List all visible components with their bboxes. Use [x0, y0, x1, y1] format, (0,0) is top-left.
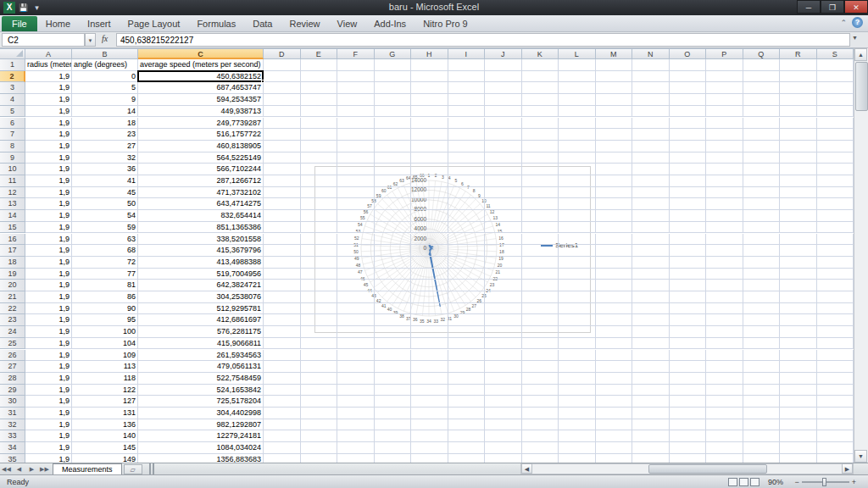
- cell-P13[interactable]: [706, 198, 743, 210]
- cell-B19[interactable]: 77: [72, 269, 138, 280]
- cell-I7[interactable]: [448, 129, 486, 141]
- cell-I16[interactable]: [448, 234, 486, 246]
- ribbon-tab-nitro-pro-9[interactable]: Nitro Pro 9: [415, 16, 476, 31]
- cell-Q17[interactable]: [743, 245, 781, 257]
- cell-L32[interactable]: [559, 419, 596, 431]
- cell-L30[interactable]: [559, 396, 596, 408]
- cell-H35[interactable]: [411, 454, 448, 463]
- cell-B10[interactable]: 36: [72, 164, 138, 175]
- cell-G21[interactable]: [375, 291, 412, 303]
- cell-F13[interactable]: [337, 198, 375, 210]
- cell-A8[interactable]: 1,9: [25, 141, 72, 152]
- cell-I28[interactable]: [448, 373, 486, 385]
- cell-G19[interactable]: [375, 269, 412, 280]
- row-header-7[interactable]: 7: [0, 129, 25, 141]
- cell-H8[interactable]: [411, 141, 448, 152]
- cell-G17[interactable]: [375, 245, 412, 257]
- cell-R19[interactable]: [780, 269, 817, 280]
- cell-E10[interactable]: [301, 164, 338, 175]
- cell-M30[interactable]: [596, 396, 633, 408]
- cell-F15[interactable]: [337, 222, 375, 234]
- cell-A3[interactable]: 1,9: [25, 82, 72, 94]
- cell-E13[interactable]: [301, 198, 338, 210]
- cell-L10[interactable]: [559, 164, 596, 175]
- cell-H2[interactable]: [411, 71, 448, 83]
- cell-B21[interactable]: 86: [72, 291, 138, 303]
- cell-N14[interactable]: [632, 210, 670, 222]
- cell-B28[interactable]: 118: [72, 373, 138, 385]
- cell-G2[interactable]: [375, 71, 412, 83]
- cell-F26[interactable]: [337, 350, 375, 362]
- cell-H1[interactable]: [411, 59, 448, 71]
- cell-D9[interactable]: [264, 152, 301, 164]
- cell-J14[interactable]: [485, 210, 522, 222]
- fill-handle[interactable]: [261, 80, 264, 83]
- cell-P24[interactable]: [706, 326, 743, 338]
- ribbon-tab-view[interactable]: View: [329, 16, 366, 31]
- cell-G16[interactable]: [375, 234, 412, 246]
- cell-R28[interactable]: [780, 373, 817, 385]
- cell-D7[interactable]: [264, 129, 301, 141]
- row-header-29[interactable]: 29: [0, 385, 25, 396]
- cell-L33[interactable]: [559, 430, 596, 442]
- cell-K7[interactable]: [522, 129, 559, 141]
- cell-D2[interactable]: [264, 71, 301, 83]
- cell-O14[interactable]: [670, 210, 707, 222]
- cell-M16[interactable]: [596, 234, 633, 246]
- cell-B26[interactable]: 109: [72, 350, 138, 362]
- cell-H26[interactable]: [411, 350, 448, 362]
- cell-N9[interactable]: [632, 152, 670, 164]
- cell-G25[interactable]: [375, 338, 412, 350]
- cell-L3[interactable]: [559, 82, 596, 94]
- cell-M14[interactable]: [596, 210, 633, 222]
- cell-L24[interactable]: [559, 326, 596, 338]
- cell-H10[interactable]: [411, 164, 448, 175]
- cell-A16[interactable]: 1,9: [25, 234, 72, 246]
- cell-R26[interactable]: [780, 350, 817, 362]
- cell-N12[interactable]: [632, 187, 670, 199]
- cell-N30[interactable]: [632, 396, 670, 408]
- cell-Q33[interactable]: [743, 430, 781, 442]
- cell-F7[interactable]: [337, 129, 375, 141]
- cell-I8[interactable]: [448, 141, 486, 152]
- cell-H6[interactable]: [411, 118, 448, 130]
- cell-R12[interactable]: [780, 187, 817, 199]
- cell-I6[interactable]: [448, 118, 486, 130]
- cell-B12[interactable]: 45: [72, 187, 138, 199]
- cell-D25[interactable]: [264, 338, 301, 350]
- cell-A1[interactable]: radius (meters): [25, 59, 72, 71]
- cell-Q29[interactable]: [743, 385, 781, 396]
- cell-Q4[interactable]: [743, 94, 781, 106]
- cell-B34[interactable]: 145: [72, 442, 138, 454]
- cell-E24[interactable]: [301, 326, 338, 338]
- cell-S25[interactable]: [817, 338, 854, 350]
- cell-E2[interactable]: [301, 71, 338, 83]
- cell-E1[interactable]: [301, 59, 338, 71]
- cell-C8[interactable]: 460,8138905: [138, 141, 264, 152]
- cell-E4[interactable]: [301, 94, 338, 106]
- cell-M10[interactable]: [596, 164, 633, 175]
- cell-F4[interactable]: [337, 94, 375, 106]
- cell-S13[interactable]: [817, 198, 854, 210]
- cell-O20[interactable]: [670, 280, 707, 291]
- row-header-26[interactable]: 26: [0, 350, 25, 362]
- cell-K32[interactable]: [522, 419, 559, 431]
- cell-G11[interactable]: [375, 175, 412, 187]
- cell-L34[interactable]: [559, 442, 596, 454]
- cell-N32[interactable]: [632, 419, 670, 431]
- cell-D32[interactable]: [264, 419, 301, 431]
- cell-E14[interactable]: [301, 210, 338, 222]
- row-header-6[interactable]: 6: [0, 118, 25, 130]
- cell-M13[interactable]: [596, 198, 633, 210]
- cell-B31[interactable]: 131: [72, 408, 138, 419]
- cell-G33[interactable]: [375, 430, 412, 442]
- cell-M27[interactable]: [596, 361, 633, 373]
- cell-Q35[interactable]: [743, 454, 781, 463]
- cell-O16[interactable]: [670, 234, 707, 246]
- cell-L22[interactable]: [559, 303, 596, 315]
- cell-J31[interactable]: [485, 408, 522, 419]
- zoom-out-icon[interactable]: −: [794, 478, 798, 486]
- cell-R20[interactable]: [780, 280, 817, 291]
- ribbon-tab-data[interactable]: Data: [244, 16, 281, 31]
- cell-K27[interactable]: [522, 361, 559, 373]
